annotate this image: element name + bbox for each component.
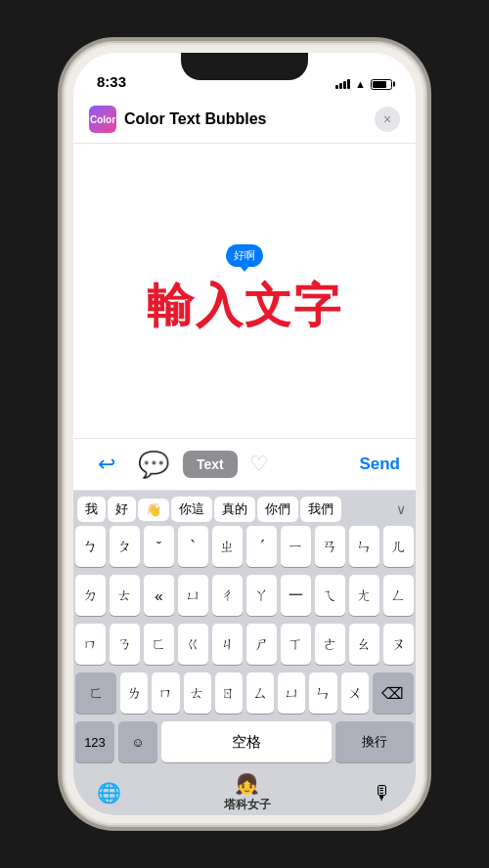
key-ㄊ2[interactable]: ㄊ — [184, 673, 211, 714]
key-ㄚ[interactable]: ㄚ — [246, 575, 277, 616]
quicktype-expand-button[interactable]: ∨ — [390, 498, 412, 521]
key-row-2: ㄉ ㄊ « ㄩ ㄔ ㄚ 一 ㄟ ㄤ ㄥ — [75, 575, 414, 616]
quicktype-word[interactable]: 你這 — [171, 497, 212, 522]
key-ㄠ[interactable]: ㄠ — [349, 624, 379, 665]
key-ㄓ[interactable]: ㄓ — [212, 526, 243, 567]
mic-icon[interactable]: 🎙 — [373, 782, 392, 804]
emoji-key[interactable]: ☺ — [118, 721, 157, 762]
key-ㄩ2[interactable]: ㄩ — [278, 673, 305, 714]
space-key[interactable]: 空格 — [161, 721, 332, 762]
battery-icon — [371, 79, 392, 90]
keyboard: 我 好 👋 你這 真的 你們 我們 ∨ ㄅ ㄆ ˇ ˋ — [73, 491, 416, 815]
key-ㄣ[interactable]: ㄣ — [349, 526, 379, 567]
status-time: 8:33 — [97, 73, 126, 90]
key-ㄌ[interactable]: ㄌ — [120, 673, 148, 714]
app-icon: Color — [89, 106, 116, 133]
key-ㄜ[interactable]: ㄜ — [315, 624, 345, 665]
speech-bubble: 好啊 — [226, 244, 263, 267]
key-ㄇ2[interactable]: ㄇ — [152, 673, 179, 714]
keyboard-bottom-row: 123 ☺ 空格 換行 — [73, 721, 416, 770]
key-ㄤ[interactable]: ㄤ — [349, 575, 379, 616]
delete-key[interactable]: ⌫ — [373, 673, 414, 714]
return-key[interactable]: 換行 — [335, 721, 414, 762]
key-ㄍ[interactable]: ㄍ — [178, 624, 208, 665]
signal-icon — [335, 79, 350, 89]
quicktype-word[interactable]: 真的 — [214, 497, 255, 522]
text-button[interactable]: Text — [183, 451, 238, 478]
key-ㄕ[interactable]: ㄕ — [246, 624, 277, 665]
phone-screen: 8:33 ▲ Color — [73, 53, 416, 815]
key-ㄧ[interactable]: ㄧ — [281, 526, 311, 567]
key-ㄢ[interactable]: ㄢ — [315, 526, 345, 567]
key-ㄒ[interactable]: ㄒ — [281, 624, 311, 665]
key-ㄅ[interactable]: ㄅ — [75, 526, 106, 567]
app-header: Color Color Text Bubbles × — [73, 96, 416, 144]
key-ㄦ[interactable]: ㄦ — [383, 526, 414, 567]
quicktype-word[interactable]: 👋 — [138, 499, 169, 521]
quicktype-word[interactable]: 我 — [77, 497, 106, 522]
key-yi[interactable]: 一 — [281, 575, 311, 616]
quicktype-word[interactable]: 好 — [108, 497, 136, 522]
key-ㄣ2[interactable]: ㄣ — [309, 673, 336, 714]
key-bracket[interactable]: « — [144, 575, 174, 616]
watermark-text: 塔科女子 — [224, 797, 271, 813]
key-row-1: ㄅ ㄆ ˇ ˋ ㄓ ˊ ㄧ ㄢ ㄣ ㄦ — [75, 526, 414, 567]
key-rows: ㄅ ㄆ ˇ ˋ ㄓ ˊ ㄧ ㄢ ㄣ ㄦ ㄉ ㄊ — [73, 526, 416, 714]
keyboard-bottom-bar: 🌐 👧 塔科女子 🎙 — [73, 770, 416, 815]
notch — [181, 53, 308, 80]
key-ㄈ[interactable]: ㄈ — [144, 624, 174, 665]
close-button[interactable]: × — [375, 107, 400, 132]
undo-button[interactable]: ↩ — [89, 447, 124, 482]
key-ㄙ[interactable]: ㄙ — [246, 673, 274, 714]
key-ㄉ[interactable]: ㄉ — [75, 575, 106, 616]
quicktype-word[interactable]: 你們 — [257, 497, 298, 522]
key-ㄥ[interactable]: ㄥ — [383, 575, 414, 616]
key-tone1[interactable]: ˊ — [246, 526, 277, 567]
key-shift[interactable]: ㄈ — [75, 673, 116, 714]
num-key[interactable]: 123 — [75, 721, 114, 762]
key-tone3[interactable]: ˋ — [178, 526, 208, 567]
app-title: Color Text Bubbles — [124, 110, 375, 128]
key-row-3: ㄇ ㄋ ㄈ ㄍ ㄐ ㄕ ㄒ ㄜ ㄠ ㄡ — [75, 624, 414, 665]
watermark: 👧 塔科女子 — [224, 772, 271, 813]
key-ㄆ[interactable]: ㄆ — [110, 526, 140, 567]
main-content: 好啊 輸入文字 — [73, 144, 416, 438]
key-ㄖ[interactable]: ㄖ — [215, 673, 243, 714]
quicktype-word[interactable]: 我們 — [300, 497, 341, 522]
key-ㄊ[interactable]: ㄊ — [110, 575, 140, 616]
phone-frame: 8:33 ▲ Color — [64, 43, 425, 825]
key-ㄩ[interactable]: ㄩ — [178, 575, 208, 616]
key-ㄡ[interactable]: ㄡ — [383, 624, 414, 665]
key-ㄋ[interactable]: ㄋ — [110, 624, 140, 665]
key-row-4: ㄈ ㄌ ㄇ ㄊ ㄖ ㄙ ㄩ ㄣ ㄨ ⌫ — [75, 673, 414, 714]
heart-button[interactable]: ♡ — [249, 452, 269, 477]
status-icons: ▲ — [335, 78, 392, 90]
key-ㄟ[interactable]: ㄟ — [315, 575, 345, 616]
quicktype-row: 我 好 👋 你這 真的 你們 我們 ∨ — [73, 491, 416, 526]
wifi-icon: ▲ — [355, 78, 366, 90]
key-tone2[interactable]: ˇ — [144, 526, 174, 567]
send-button[interactable]: Send — [359, 455, 400, 474]
toolbar: ↩ 💬 Text ♡ Send — [73, 438, 416, 491]
key-ㄨ[interactable]: ㄨ — [341, 673, 369, 714]
key-ㄐ[interactable]: ㄐ — [212, 624, 243, 665]
bubble-button[interactable]: 💬 — [136, 447, 171, 482]
key-ㄇ[interactable]: ㄇ — [75, 624, 106, 665]
globe-icon[interactable]: 🌐 — [97, 781, 121, 804]
main-placeholder-text: 輸入文字 — [147, 275, 342, 337]
watermark-emoji: 👧 — [235, 772, 259, 796]
key-ㄔ[interactable]: ㄔ — [212, 575, 243, 616]
phone-outer: 8:33 ▲ Color — [0, 0, 489, 868]
